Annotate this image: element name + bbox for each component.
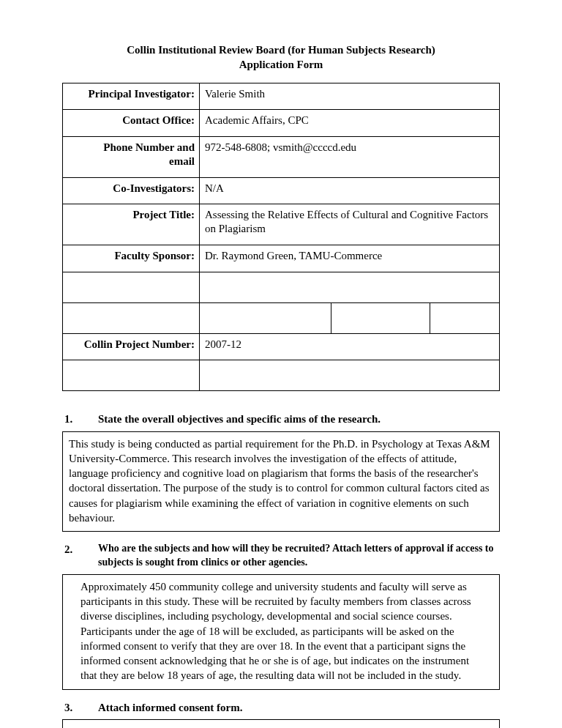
row-project-title: Project Title: Assessing the Relative Ef…: [63, 204, 500, 245]
project-title-label: Project Title:: [63, 204, 200, 245]
coinv-label: Co-Investigators:: [63, 177, 200, 204]
project-title-value: Assessing the Relative Effects of Cultur…: [200, 204, 500, 245]
row-empty-2: [63, 360, 500, 391]
q1-text: State the overall objectives and specifi…: [98, 412, 500, 426]
question-3: 3. Attach informed consent form.: [62, 700, 500, 715]
form-title: Collin Institutional Review Board (for H…: [62, 42, 500, 73]
phone-value: 972-548-6808; vsmith@ccccd.edu: [200, 137, 500, 178]
row-empty-1: [63, 272, 500, 302]
title-line-1: Collin Institutional Review Board (for H…: [127, 44, 435, 56]
q1-num: 1.: [62, 412, 98, 426]
row-phone: Phone Number and email 972-548-6808; vsm…: [63, 137, 500, 178]
row-office: Contact Office: Academic Affairs, CPC: [63, 110, 500, 137]
question-1: 1. State the overall objectives and spec…: [62, 412, 500, 426]
q2-response: Approximately 450 community college and …: [62, 574, 500, 690]
office-value: Academic Affairs, CPC: [200, 110, 500, 137]
q3-response: See attached.: [62, 719, 500, 728]
row-pi: Principal Investigator: Valerie Smith: [63, 83, 500, 110]
sponsor-label: Faculty Sponsor:: [63, 245, 200, 272]
sponsor-value: Dr. Raymond Green, TAMU-Commerce: [200, 245, 500, 272]
question-2: 2. Who are the subjects and how will the…: [62, 542, 500, 570]
q2-num: 2.: [62, 542, 98, 570]
projnum-label: Collin Project Number:: [84, 338, 195, 350]
row-project-number: Collin Project Number: 2007-12: [63, 333, 500, 360]
projnum-value: 2007-12: [200, 333, 500, 360]
coinv-value: N/A: [200, 177, 500, 204]
q3-text: Attach informed consent form.: [98, 700, 500, 715]
info-table: Principal Investigator: Valerie Smith Co…: [62, 83, 500, 392]
row-sponsor: Faculty Sponsor: Dr. Raymond Green, TAMU…: [63, 245, 500, 272]
q1-response: This study is being conducted as partial…: [62, 431, 500, 532]
office-label: Contact Office:: [63, 110, 200, 137]
page-content: Collin Institutional Review Board (for H…: [0, 0, 562, 728]
pi-label: Principal Investigator:: [63, 83, 200, 110]
row-empty-split: [63, 302, 500, 333]
pi-value: Valerie Smith: [200, 83, 500, 110]
q3-num: 3.: [62, 700, 98, 715]
q2-text: Who are the subjects and how will they b…: [98, 542, 500, 570]
row-coinv: Co-Investigators: N/A: [63, 177, 500, 204]
title-line-2: Application Form: [239, 59, 323, 70]
phone-label: Phone Number and email: [63, 137, 200, 178]
